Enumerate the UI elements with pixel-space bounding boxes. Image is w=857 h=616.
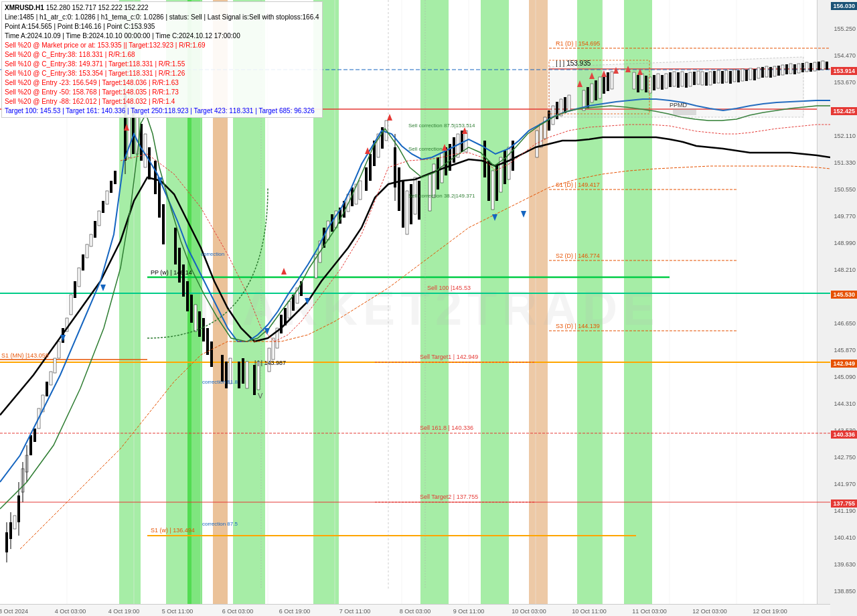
ma-black-line bbox=[0, 137, 830, 415]
buy-signal-2 bbox=[100, 285, 106, 291]
s3-d-chart-label: S3 (D) | 144.139 bbox=[556, 323, 600, 329]
correction-left-label: correction bbox=[201, 251, 224, 257]
candle bbox=[210, 341, 213, 367]
info-line-11: Target 100: 145.53 | Target 161: 140.336… bbox=[5, 106, 319, 116]
candles-left bbox=[5, 61, 828, 562]
time-label-3: 5 Oct 11:00 bbox=[162, 608, 193, 615]
candle bbox=[74, 281, 76, 298]
sell-correction-38-2-label: Sell correction 38.2|149.371 bbox=[408, 193, 475, 199]
candle bbox=[418, 181, 420, 220]
candle bbox=[809, 63, 812, 72]
candle bbox=[110, 181, 112, 193]
candle bbox=[78, 268, 80, 287]
info-line-6: Sell %10 @ C_Entry:38: 149.371 | Target:… bbox=[5, 60, 319, 69]
price-141-2-label: 141.190 bbox=[834, 508, 856, 514]
candle bbox=[503, 151, 506, 184]
correction-red-line bbox=[121, 125, 830, 341]
sell-target2-chart-label: Sell Target2 | 137.755 bbox=[420, 493, 478, 500]
candle bbox=[238, 362, 240, 388]
candle bbox=[813, 62, 816, 71]
time-label-5: 6 Oct 19:00 bbox=[279, 608, 311, 615]
time-axis: 3 Oct 2024 4 Oct 03:00 4 Oct 19:00 5 Oct… bbox=[0, 604, 830, 616]
candle bbox=[253, 365, 256, 395]
price-box-153914: 153.914 bbox=[831, 67, 857, 75]
sell-161-chart-label: Sell 161.8 | 140.336 bbox=[420, 425, 473, 431]
price-138-8-label: 138.850 bbox=[834, 588, 856, 595]
candle bbox=[154, 161, 157, 194]
candle bbox=[54, 358, 56, 373]
candle bbox=[483, 141, 486, 177]
candle bbox=[102, 201, 104, 213]
candle bbox=[398, 167, 400, 211]
candle bbox=[246, 362, 248, 388]
candle bbox=[82, 254, 84, 271]
candle bbox=[58, 341, 60, 358]
candle bbox=[174, 228, 177, 264]
info-panel: XMRUSD.H1 152.280 152.717 152.222 152.22… bbox=[1, 1, 323, 118]
time-label-10: 10 Oct 11:00 bbox=[572, 608, 607, 615]
price-140-4-label: 140.410 bbox=[834, 534, 856, 541]
candle bbox=[826, 62, 828, 70]
info-line-4: Sell %20 @ Market price or at: 153.935 |… bbox=[5, 41, 319, 50]
buy-signal-6 bbox=[492, 214, 497, 221]
candle bbox=[86, 244, 88, 258]
candle bbox=[106, 191, 108, 204]
price-155-label: 155.250 bbox=[834, 25, 856, 32]
candle bbox=[805, 62, 808, 72]
candle bbox=[190, 295, 193, 323]
candle bbox=[194, 305, 197, 331]
price-141-9-label: 141.970 bbox=[834, 481, 856, 487]
sell-signal-2 bbox=[281, 268, 287, 275]
candle bbox=[178, 248, 181, 283]
price-150-5-label: 150.550 bbox=[834, 186, 856, 193]
price-154-label: 154.470 bbox=[834, 52, 856, 59]
s1-mn-chart-label: S1 (MN) |143.058 bbox=[1, 352, 49, 359]
time-label-9: 10 Oct 03:00 bbox=[512, 608, 546, 615]
price-box-137755: 137.755 bbox=[831, 499, 857, 508]
price-148-2-label: 148.210 bbox=[834, 266, 856, 273]
ma-green-line bbox=[0, 106, 830, 509]
candle bbox=[491, 171, 494, 210]
price-152-1-label: 152.110 bbox=[834, 133, 856, 139]
candle bbox=[817, 62, 820, 70]
candle bbox=[144, 134, 147, 167]
candlestick-group bbox=[5, 61, 828, 562]
time-label-1: 4 Oct 03:00 bbox=[55, 608, 86, 615]
price-box-140336: 140.336 bbox=[831, 431, 857, 439]
price-box-145530: 145.530 bbox=[831, 291, 857, 299]
price-153-5-label: 153.670 bbox=[834, 79, 856, 86]
candle bbox=[410, 184, 412, 224]
info-line-9: Sell %20 @ Entry -50: 158.768 | Target:1… bbox=[5, 88, 319, 97]
candle bbox=[402, 181, 404, 228]
ppmd-box bbox=[673, 108, 696, 115]
sell100-chart-label: Sell 100 |145.53 bbox=[427, 285, 471, 291]
candle bbox=[221, 355, 224, 382]
candle bbox=[94, 221, 96, 238]
sell-signal-4 bbox=[387, 114, 392, 121]
candle bbox=[98, 211, 100, 226]
candle bbox=[158, 181, 161, 218]
buy-signal-1 bbox=[60, 335, 66, 341]
info-line-2: Point A:154.565 | Point B:146.16 | Point… bbox=[5, 22, 319, 31]
candle bbox=[242, 358, 244, 384]
info-line-8: Sell %20 @ Entry -23: 156.549 | Target:1… bbox=[5, 78, 319, 88]
candle bbox=[202, 318, 205, 341]
buy-signal-7 bbox=[521, 211, 526, 218]
price-box-142949: 142.949 bbox=[831, 360, 857, 368]
chart-container: MARKET2TRADE bbox=[0, 0, 857, 616]
candle bbox=[540, 124, 542, 147]
candle bbox=[369, 154, 372, 181]
candle bbox=[822, 61, 824, 70]
candle bbox=[453, 137, 455, 163]
sell-correction-87-5-label: Sell correction 87.5|153.514 bbox=[408, 123, 475, 129]
time-label-11: 11 Oct 03:00 bbox=[632, 608, 667, 615]
correction-875-label: correction 87.5 bbox=[202, 521, 238, 527]
candle bbox=[437, 157, 439, 189]
time-label-8: 9 Oct 11:00 bbox=[453, 608, 485, 615]
candle bbox=[29, 435, 32, 455]
title-bar: XMRUSD.H1 152.280 152.717 152.222 152.22… bbox=[5, 3, 319, 13]
s1-d-chart-label: S1 (D) | 149.417 bbox=[556, 181, 600, 188]
v-marker: V bbox=[258, 392, 263, 400]
time-label-7: 8 Oct 03:00 bbox=[400, 608, 431, 615]
candle bbox=[70, 295, 72, 315]
